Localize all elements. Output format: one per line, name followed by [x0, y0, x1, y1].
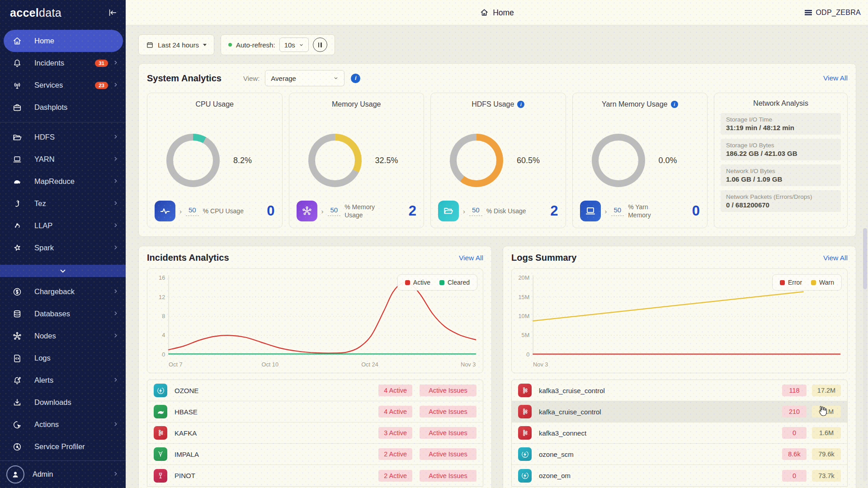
sidebar-item-tez[interactable]: Tez	[0, 192, 126, 215]
cpu-usage-value: 8.2%	[233, 156, 252, 165]
chevron-right-icon	[113, 288, 118, 296]
svg-text:8: 8	[162, 313, 165, 319]
sidebar-item-mapreduce[interactable]: MapReduce	[0, 170, 126, 192]
memory-usage-card: Memory Usage 32.5% › 50 % Memory Usage 2	[289, 93, 425, 228]
page-title: Home	[480, 0, 514, 25]
active-issues-badge[interactable]: Active Issues	[420, 385, 476, 396]
incidents-view-all[interactable]: View All	[459, 254, 483, 262]
cpu-threshold[interactable]: 50	[186, 206, 199, 216]
network-row: Storage I/O Time 31:19 min / 48:12 min	[721, 113, 841, 135]
chevron-right-icon	[113, 421, 118, 429]
info-icon[interactable]: i	[517, 101, 524, 108]
svg-text:Oct 24: Oct 24	[361, 361, 378, 368]
hdfs-usage-donut	[450, 134, 503, 187]
service-row-ozone[interactable]: OZONE 4 Active Active Issues	[147, 380, 483, 401]
laptop-icon	[580, 201, 601, 221]
view-select[interactable]: Average	[265, 70, 344, 86]
sidebar-item-spark[interactable]: Spark	[0, 237, 126, 259]
service-row-pinot[interactable]: PINOT 2 Active Active Issues	[147, 465, 483, 486]
log-row-kafka-cruise-control[interactable]: kafka_cruise_control 210 8.1M	[512, 401, 847, 422]
log-row-kafka3-connect[interactable]: kafka3_connect 0 1.6M	[512, 422, 847, 444]
legend-item-error[interactable]: Error	[780, 279, 802, 286]
server-rack-icon	[804, 9, 812, 17]
logs-source-list: kafka3_cruise_control 118 17.2M kafka_cr…	[511, 380, 848, 487]
sidebar-item-downloads[interactable]: Downloads	[0, 391, 126, 413]
active-issues-badge[interactable]: Active Issues	[420, 448, 476, 460]
sidebar-item-chargeback[interactable]: Chargeback	[0, 281, 126, 303]
cpu-alert-count: 0	[267, 203, 274, 219]
pause-refresh-button[interactable]	[313, 38, 327, 52]
sidebar-collapse-icon[interactable]	[108, 8, 118, 18]
service-row-kafka[interactable]: KAFKA 3 Active Active Issues	[147, 422, 483, 444]
memory-threshold[interactable]: 50	[328, 206, 341, 216]
system-analytics-view-all[interactable]: View All	[823, 74, 848, 82]
briefcase-icon	[12, 102, 23, 113]
legend-item-active[interactable]: Active	[405, 279, 430, 286]
yarn-memory-card: Yarn Memory Usagei 0.0% › 50 % Yarn Memo…	[572, 93, 708, 228]
svg-text:Oct 7: Oct 7	[169, 361, 182, 368]
error-count-badge: 118	[782, 385, 807, 396]
download-icon	[12, 397, 23, 408]
sidebar-item-home[interactable]: Home	[4, 30, 123, 52]
error-count-badge: 8.6k	[782, 448, 807, 460]
legend-item-cleared[interactable]: Cleared	[439, 279, 470, 286]
service-row-hbase[interactable]: HBASE 4 Active Active Issues	[147, 401, 483, 422]
log-row-ozone-om[interactable]: ozone_om 0 73.7k	[512, 465, 847, 486]
sidebar-item-dashplots[interactable]: Dashplots	[0, 96, 126, 118]
sidebar-item-alerts[interactable]: Alerts	[0, 369, 126, 391]
hdfs-threshold[interactable]: 50	[469, 206, 482, 216]
info-icon[interactable]: i	[351, 74, 360, 83]
network-analysis-card: Network Analysis Storage I/O Time 31:19 …	[714, 93, 848, 228]
sidebar-item-hdfs[interactable]: HDFS	[0, 126, 126, 148]
sidebar-item-actions[interactable]: Actions	[0, 413, 126, 436]
cluster-selector[interactable]: ODP_ZEBRA	[804, 0, 861, 25]
yarn-threshold[interactable]: 50	[611, 206, 624, 216]
sidebar-item-admin[interactable]: Admin	[0, 461, 126, 488]
svg-text:0: 0	[162, 351, 165, 358]
refresh-interval-select[interactable]: 10s	[279, 38, 309, 52]
network-row: Storage I/O Bytes 186.22 GB / 421.03 GB	[721, 139, 841, 160]
impala-icon	[154, 447, 167, 461]
nodes-icon	[297, 201, 317, 221]
hdfs-alert-count: 2	[550, 203, 558, 219]
sidebar-item-nodes[interactable]: Nodes	[0, 325, 126, 347]
system-analytics-section: System Analytics View: Average i View Al…	[138, 63, 856, 237]
chevron-right-icon	[113, 376, 118, 385]
svg-text:15M: 15M	[518, 293, 529, 300]
legend-item-warn[interactable]: Warn	[811, 279, 834, 286]
info-icon[interactable]: i	[671, 101, 678, 108]
sidebar-item-services[interactable]: Services 23	[0, 74, 126, 96]
active-issues-badge[interactable]: Active Issues	[420, 470, 476, 482]
svg-text:4: 4	[162, 332, 165, 338]
sidebar-item-yarn[interactable]: YARN	[0, 148, 126, 170]
hdfs-usage-card: HDFS Usagei 60.5% › 50 % Disk Usage 2	[430, 93, 566, 228]
sidebar-item-incidents[interactable]: Incidents 31	[0, 52, 126, 74]
log-row-kafka3-cruise-control[interactable]: kafka3_cruise_control 118 17.2M	[512, 380, 847, 401]
laptop-icon	[12, 154, 23, 165]
seahorse-icon	[12, 198, 23, 209]
sidebar-item-llap[interactable]: LLAP	[0, 215, 126, 237]
sidebar-divider	[0, 122, 126, 122]
active-issues-badge[interactable]: Active Issues	[420, 427, 476, 439]
chevron-right-icon	[113, 332, 118, 340]
chevron-right-icon: ›	[463, 207, 465, 215]
cpu-usage-donut	[166, 134, 220, 187]
sidebar-scroll-down[interactable]	[0, 265, 126, 277]
service-row-impala[interactable]: IMPALA 2 Active Active Issues	[147, 444, 483, 465]
time-range-selector[interactable]: Last 24 hours	[138, 34, 214, 55]
code-file-icon	[12, 353, 23, 364]
cursor-click-icon	[12, 419, 23, 430]
yarn-memory-value: 0.0%	[659, 156, 677, 165]
yarn-alert-count: 0	[692, 203, 700, 219]
status-dot	[228, 43, 232, 47]
log-row-ozone-scm[interactable]: ozone_scm 8.6k 79.6k	[512, 444, 847, 465]
chart-legend: Active Cleared	[397, 274, 477, 291]
sidebar-item-databases[interactable]: Databases	[0, 303, 126, 325]
page-scrollbar[interactable]	[863, 228, 867, 481]
logs-view-all[interactable]: View All	[823, 254, 848, 262]
active-issues-badge[interactable]: Active Issues	[420, 406, 476, 418]
sidebar-item-service-profiler[interactable]: Service Profiler	[0, 436, 126, 458]
active-count-badge: 4 Active	[378, 385, 412, 396]
disc-icon	[12, 441, 23, 452]
sidebar-item-logs[interactable]: Logs	[0, 347, 126, 369]
